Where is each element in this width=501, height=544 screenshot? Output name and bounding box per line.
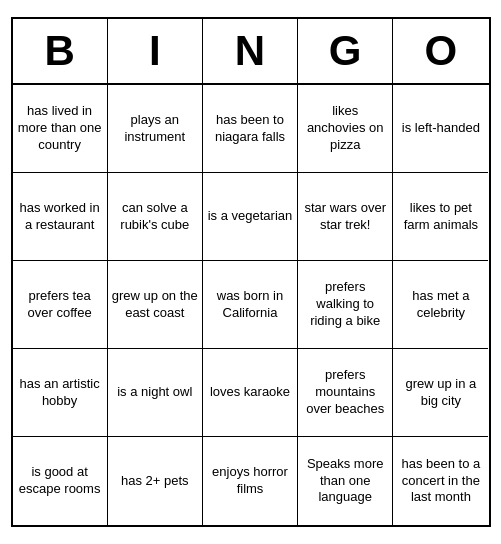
bingo-cell-text-22: enjoys horror films (207, 464, 293, 498)
bingo-cell-text-15: has an artistic hobby (17, 376, 103, 410)
bingo-cell-text-12: was born in California (207, 288, 293, 322)
bingo-cell-23[interactable]: Speaks more than one language (298, 437, 393, 525)
bingo-cell-12[interactable]: was born in California (203, 261, 298, 349)
bingo-letter-o: O (393, 19, 488, 83)
bingo-cell-9[interactable]: likes to pet farm animals (393, 173, 488, 261)
bingo-cell-text-23: Speaks more than one language (302, 456, 388, 507)
bingo-cell-20[interactable]: is good at escape rooms (13, 437, 108, 525)
bingo-cell-17[interactable]: loves karaoke (203, 349, 298, 437)
bingo-cell-text-17: loves karaoke (210, 384, 290, 401)
bingo-cell-text-10: prefers tea over coffee (17, 288, 103, 322)
bingo-cell-0[interactable]: has lived in more than one country (13, 85, 108, 173)
bingo-cell-21[interactable]: has 2+ pets (108, 437, 203, 525)
bingo-cell-16[interactable]: is a night owl (108, 349, 203, 437)
bingo-cell-13[interactable]: prefers walking to riding a bike (298, 261, 393, 349)
bingo-cell-text-9: likes to pet farm animals (397, 200, 484, 234)
bingo-cell-text-7: is a vegetarian (208, 208, 293, 225)
bingo-cell-text-3: likes anchovies on pizza (302, 103, 388, 154)
bingo-cell-text-1: plays an instrument (112, 112, 198, 146)
bingo-cell-8[interactable]: star wars over star trek! (298, 173, 393, 261)
bingo-grid: has lived in more than one countryplays … (13, 85, 489, 525)
bingo-cell-text-4: is left-handed (402, 120, 480, 137)
bingo-cell-2[interactable]: has been to niagara falls (203, 85, 298, 173)
bingo-cell-text-18: prefers mountains over beaches (302, 367, 388, 418)
bingo-cell-text-0: has lived in more than one country (17, 103, 103, 154)
bingo-letter-n: N (203, 19, 298, 83)
bingo-letter-g: G (298, 19, 393, 83)
bingo-cell-text-21: has 2+ pets (121, 473, 189, 490)
bingo-cell-text-5: has worked in a restaurant (17, 200, 103, 234)
bingo-cell-1[interactable]: plays an instrument (108, 85, 203, 173)
bingo-cell-6[interactable]: can solve a rubik's cube (108, 173, 203, 261)
bingo-cell-10[interactable]: prefers tea over coffee (13, 261, 108, 349)
bingo-cell-19[interactable]: grew up in a big city (393, 349, 488, 437)
bingo-cell-text-8: star wars over star trek! (302, 200, 388, 234)
bingo-cell-text-16: is a night owl (117, 384, 192, 401)
bingo-cell-7[interactable]: is a vegetarian (203, 173, 298, 261)
bingo-cell-text-20: is good at escape rooms (17, 464, 103, 498)
bingo-header: BINGO (13, 19, 489, 85)
bingo-cell-text-24: has been to a concert in the last month (397, 456, 484, 507)
bingo-cell-18[interactable]: prefers mountains over beaches (298, 349, 393, 437)
bingo-cell-24[interactable]: has been to a concert in the last month (393, 437, 488, 525)
bingo-cell-text-11: grew up on the east coast (112, 288, 198, 322)
bingo-cell-22[interactable]: enjoys horror films (203, 437, 298, 525)
bingo-cell-text-19: grew up in a big city (397, 376, 484, 410)
bingo-card: BINGO has lived in more than one country… (11, 17, 491, 527)
bingo-letter-b: B (13, 19, 108, 83)
bingo-cell-text-2: has been to niagara falls (207, 112, 293, 146)
bingo-letter-i: I (108, 19, 203, 83)
bingo-cell-text-6: can solve a rubik's cube (112, 200, 198, 234)
bingo-cell-3[interactable]: likes anchovies on pizza (298, 85, 393, 173)
bingo-cell-11[interactable]: grew up on the east coast (108, 261, 203, 349)
bingo-cell-4[interactable]: is left-handed (393, 85, 488, 173)
bingo-cell-14[interactable]: has met a celebrity (393, 261, 488, 349)
bingo-cell-5[interactable]: has worked in a restaurant (13, 173, 108, 261)
bingo-cell-text-14: has met a celebrity (397, 288, 484, 322)
bingo-cell-text-13: prefers walking to riding a bike (302, 279, 388, 330)
bingo-cell-15[interactable]: has an artistic hobby (13, 349, 108, 437)
